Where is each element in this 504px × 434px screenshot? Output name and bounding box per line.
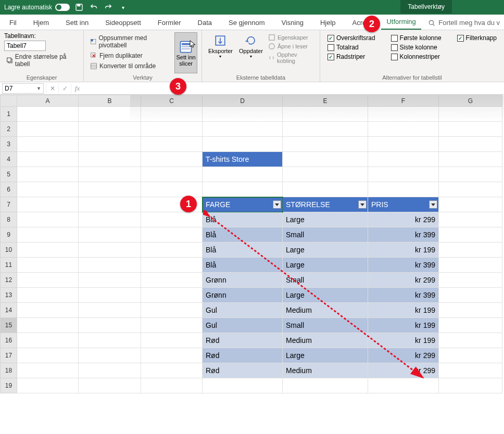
row-header-10[interactable]: 10 [1,242,17,258]
cell[interactable]: T-shirts Store [203,152,283,167]
cell[interactable] [141,152,203,167]
cell[interactable] [79,137,141,152]
cell[interactable] [79,348,141,363]
cell[interactable] [439,182,502,197]
cell[interactable] [283,152,368,167]
cell[interactable] [79,107,141,122]
cell[interactable] [439,378,502,393]
cell[interactable] [17,107,79,122]
cell[interactable]: kr 299 [368,348,439,363]
tab-data[interactable]: Data [193,16,217,30]
cell[interactable]: kr 199 [368,242,439,258]
cell[interactable]: Blå [203,242,283,258]
cell[interactable] [17,197,79,212]
cell[interactable] [79,152,141,167]
cb-overskriftsrad[interactable]: Overskriftsrad [327,34,375,42]
cell[interactable] [17,273,79,288]
cell[interactable]: Medium [283,363,368,378]
cell[interactable] [79,258,141,273]
insert-slicer-button[interactable]: Sett inn slicer [174,32,197,73]
cell[interactable]: Large [283,288,368,303]
cell[interactable] [368,378,439,393]
cell[interactable] [17,242,79,258]
cell[interactable]: Gul [203,303,283,318]
col-header-G[interactable]: G [439,95,502,107]
cell[interactable]: Large [283,212,368,227]
convert-range-button[interactable]: Konverter til område [88,61,170,71]
name-box[interactable]: D7 ▼ [2,83,44,94]
select-all-corner[interactable] [1,95,17,107]
cell[interactable] [439,242,502,258]
save-icon[interactable] [74,2,84,12]
cell[interactable] [17,318,79,333]
cell[interactable] [17,288,79,303]
cell[interactable]: kr 399 [368,288,439,303]
cell[interactable]: PRIS [368,197,439,212]
tab-hjelp[interactable]: Hjelp [315,16,341,30]
cell[interactable] [203,182,283,197]
cb-forste-kolonne[interactable]: Første kolonne [391,34,442,42]
row-header-2[interactable]: 2 [1,122,17,137]
row-header-5[interactable]: 5 [1,167,17,182]
cell[interactable] [283,137,368,152]
cell[interactable] [283,182,368,197]
fx-button[interactable]: fx [71,83,83,94]
cell[interactable] [79,242,141,258]
cell[interactable] [439,348,502,363]
row-header-12[interactable]: 12 [1,273,17,288]
tab-hjem[interactable]: Hjem [28,16,54,30]
cell[interactable] [141,303,203,318]
autosave-toggle[interactable]: Lagre automatisk [4,4,70,11]
cell[interactable]: Grønn [203,273,283,288]
cell[interactable]: Rød [203,363,283,378]
cell[interactable] [283,107,368,122]
cb-kolonnestriper[interactable]: Kolonnestriper [391,53,442,60]
cell[interactable]: Medium [283,333,368,348]
row-header-19[interactable]: 19 [1,378,17,393]
redo-icon[interactable] [103,2,114,12]
col-header-B[interactable]: B [79,95,141,107]
cell[interactable] [368,152,439,167]
cell[interactable] [141,378,203,393]
cell[interactable] [368,182,439,197]
cb-siste-kolonne[interactable]: Siste kolonne [391,44,442,51]
cell[interactable] [439,197,502,212]
cell[interactable] [17,378,79,393]
filter-icon[interactable] [429,200,437,209]
cell[interactable]: Blå [203,227,283,242]
tab-settinn[interactable]: Sett inn [60,16,94,30]
cell[interactable] [439,212,502,227]
col-header-F[interactable]: F [368,95,439,107]
cell[interactable] [439,137,502,152]
cell[interactable] [203,378,283,393]
spreadsheet-grid[interactable]: A B C D E F G 1234T-shirts Store567FARGE… [0,95,504,393]
cell[interactable] [79,288,141,303]
eksporter-button[interactable]: Eksporter ▾ [206,32,235,73]
cell[interactable]: kr 199 [368,318,439,333]
remove-duplicates-button[interactable]: Fjern duplikater [88,51,170,60]
cell[interactable] [141,333,203,348]
cell[interactable]: Large [283,242,368,258]
cell[interactable] [439,333,502,348]
cell[interactable] [17,182,79,197]
cell[interactable] [439,363,502,378]
cell[interactable] [141,288,203,303]
tab-formler[interactable]: Formler [153,16,186,30]
tab-sideoppsett[interactable]: Sideoppsett [100,16,146,30]
cell[interactable] [79,212,141,227]
cell[interactable] [141,107,203,122]
undo-icon[interactable] [89,2,99,12]
cell[interactable] [79,182,141,197]
oppdater-button[interactable]: Oppdater ▾ [237,32,265,73]
cell[interactable] [439,303,502,318]
filter-icon[interactable] [273,200,281,209]
cell[interactable] [17,303,79,318]
cell[interactable] [141,167,203,182]
cell[interactable] [439,122,502,137]
cell[interactable] [17,227,79,242]
cell[interactable] [79,273,141,288]
row-header-8[interactable]: 8 [1,212,17,227]
cell[interactable] [368,107,439,122]
cell[interactable]: Small [283,318,368,333]
cell[interactable] [17,137,79,152]
